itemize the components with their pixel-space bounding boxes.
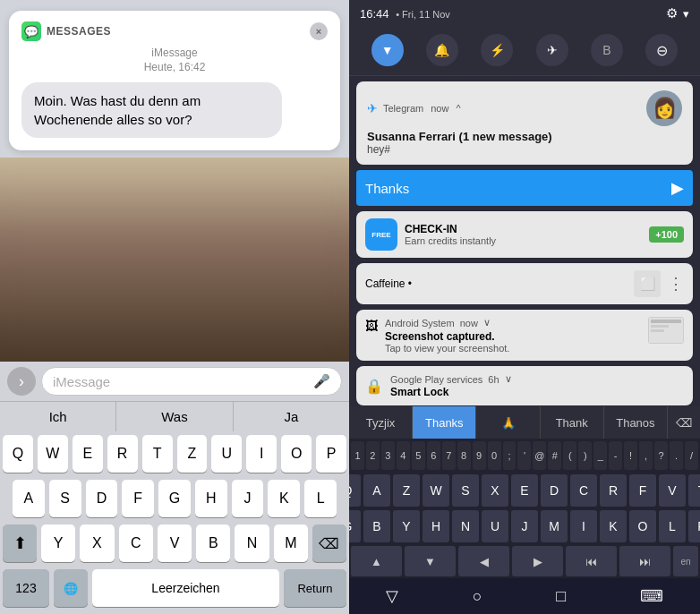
android-key-w[interactable]: W	[423, 474, 449, 507]
android-word-thanks[interactable]: Thanks	[413, 406, 476, 439]
android-key-x[interactable]: X	[482, 474, 508, 507]
qs-airplane[interactable]: ✈	[536, 34, 568, 66]
ios-key-i[interactable]: I	[246, 435, 277, 473]
ios-key-y[interactable]: Y	[41, 524, 75, 562]
android-key-y[interactable]: Y	[393, 510, 420, 542]
qs-wifi[interactable]: ▼	[371, 34, 404, 66]
android-key-e[interactable]: E	[511, 474, 538, 507]
android-sym-slash[interactable]: /	[685, 441, 698, 470]
ios-key-c[interactable]: C	[119, 524, 153, 562]
android-key-a[interactable]: A	[363, 474, 390, 507]
android-key-d[interactable]: D	[541, 474, 568, 507]
android-word-thanos[interactable]: Thanos	[604, 406, 668, 439]
telegram-expand-icon[interactable]: ^	[456, 103, 460, 114]
ios-key-space[interactable]: Leerzeichen	[92, 569, 279, 607]
android-sym-dash[interactable]: -	[609, 441, 622, 470]
android-word-tyzjix[interactable]: Tyzjix	[349, 406, 413, 439]
android-sym-quote[interactable]: '	[517, 441, 531, 470]
android-nav-home[interactable]: ○	[473, 587, 482, 606]
ios-key-return[interactable]: Return	[284, 569, 346, 607]
android-word-thank[interactable]: Thank	[541, 406, 604, 439]
ios-suggestion-2[interactable]: Ja	[234, 402, 349, 431]
android-nav-back[interactable]: ▽	[386, 586, 398, 606]
ios-expand-button[interactable]: ›	[7, 367, 36, 396]
android-left-key[interactable]: ◀	[458, 546, 509, 576]
android-word-emoji[interactable]: 🙏	[476, 406, 540, 439]
android-next-key[interactable]: ⏭	[619, 546, 670, 576]
android-key-s[interactable]: S	[452, 474, 479, 507]
android-key-f[interactable]: F	[629, 474, 656, 507]
ios-key-p[interactable]: P	[316, 435, 346, 473]
ios-key-w[interactable]: W	[38, 435, 68, 473]
ios-message-input[interactable]: iMessage 🎤	[41, 367, 342, 396]
android-key-z[interactable]: Z	[393, 474, 420, 507]
android-num-5[interactable]: 5	[412, 441, 425, 470]
android-right-key[interactable]: ▶	[512, 546, 563, 576]
ios-key-a[interactable]: A	[13, 480, 45, 517]
qs-dnd[interactable]: ⊖	[645, 34, 678, 66]
android-num-8[interactable]: 8	[457, 441, 471, 470]
android-sym-period[interactable]: .	[670, 441, 683, 470]
ios-key-o[interactable]: O	[281, 435, 312, 473]
android-key-u[interactable]: U	[482, 510, 508, 542]
ios-key-l[interactable]: L	[304, 480, 337, 517]
android-num-0[interactable]: 0	[488, 441, 501, 470]
android-key-m[interactable]: M	[541, 510, 568, 542]
android-key-r[interactable]: R	[600, 474, 627, 507]
settings-icon[interactable]: ⚙	[666, 5, 678, 21]
ios-suggestion-0[interactable]: Ich	[0, 402, 116, 431]
android-key-t[interactable]: T	[688, 474, 700, 507]
android-key-v[interactable]: V	[659, 474, 686, 507]
android-prev-key[interactable]: ⏮	[566, 546, 617, 576]
android-num-4[interactable]: 4	[397, 441, 410, 470]
ios-key-m[interactable]: M	[274, 524, 308, 562]
reply-input-bar[interactable]: Thanks ▶	[356, 170, 693, 206]
ios-key-shift[interactable]: ⬆	[3, 524, 37, 562]
android-key-c[interactable]: C	[570, 474, 597, 507]
android-num-9[interactable]: 9	[473, 441, 486, 470]
android-sym-excl[interactable]: !	[624, 441, 637, 470]
android-key-l[interactable]: L	[659, 510, 686, 542]
android-key-n[interactable]: N	[452, 510, 479, 542]
ios-key-u[interactable]: U	[211, 435, 242, 473]
ios-close-button[interactable]: ×	[310, 22, 328, 40]
ios-key-r[interactable]: R	[107, 435, 138, 473]
ios-key-h[interactable]: H	[195, 480, 227, 517]
ios-key-j[interactable]: J	[232, 480, 264, 517]
ios-key-g[interactable]: G	[158, 480, 191, 517]
ios-key-t[interactable]: T	[142, 435, 173, 473]
chevron-down-icon[interactable]: ▾	[683, 7, 689, 21]
gplay-expand[interactable]: ∨	[505, 373, 512, 385]
android-sys-expand[interactable]: ∨	[483, 317, 491, 328]
ios-key-s[interactable]: S	[49, 480, 81, 517]
android-shift-key-2[interactable]: ▼	[405, 546, 456, 576]
reply-text[interactable]: Thanks	[365, 181, 671, 196]
android-sym-colon[interactable]: ;	[503, 441, 516, 470]
android-num-6[interactable]: 6	[427, 441, 440, 470]
android-key-h[interactable]: H	[423, 510, 449, 542]
ios-suggestion-1[interactable]: Was	[116, 402, 233, 431]
android-sym-under[interactable]: _	[593, 441, 607, 470]
ios-key-d[interactable]: D	[86, 480, 118, 517]
ios-key-e[interactable]: E	[73, 435, 103, 473]
caffeine-more-icon[interactable]: ⋮	[668, 274, 684, 294]
android-key-b[interactable]: B	[363, 510, 390, 542]
android-sym-question[interactable]: ?	[654, 441, 668, 470]
ios-key-x[interactable]: X	[80, 524, 114, 562]
android-sym-lparen[interactable]: (	[563, 441, 576, 470]
android-num-3[interactable]: 3	[381, 441, 395, 470]
android-key-k[interactable]: K	[600, 510, 627, 542]
qs-bluetooth[interactable]: B	[591, 34, 623, 66]
android-key-j[interactable]: J	[511, 510, 538, 542]
ios-key-globe[interactable]: 🌐	[54, 569, 88, 607]
android-sym-rparen[interactable]: )	[578, 441, 592, 470]
android-sym-at[interactable]: @	[533, 441, 546, 470]
android-nav-recent[interactable]: □	[556, 587, 566, 606]
android-num-7[interactable]: 7	[442, 441, 456, 470]
android-key-o[interactable]: O	[629, 510, 656, 542]
ios-key-z[interactable]: Z	[177, 435, 208, 473]
android-key-p[interactable]: P	[688, 510, 700, 542]
qs-notify[interactable]: 🔔	[426, 34, 458, 66]
android-num-2[interactable]: 2	[366, 441, 380, 470]
ios-key-backspace[interactable]: ⌫	[312, 524, 346, 562]
